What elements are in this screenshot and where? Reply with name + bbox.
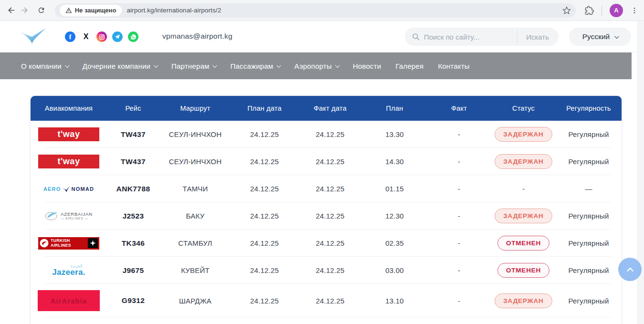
- page-scrollbar[interactable]: [637, 21, 644, 324]
- status-badge: ЗАДЕРЖАН: [495, 293, 552, 308]
- fact-date: 24.12.25: [298, 266, 362, 274]
- plan-date: 24.12.25: [231, 266, 298, 274]
- warning-icon: [65, 7, 72, 13]
- table-row: AirArabiaG9312ШАРДЖА24.12.2524.12.2513.1…: [31, 284, 622, 317]
- site-header: f X vpmanas@airport.kg Искать Русский: [0, 21, 637, 52]
- route: ТАМЧИ: [159, 185, 231, 193]
- browser-menu-button[interactable]: [631, 7, 638, 14]
- fact-time: -: [427, 157, 491, 166]
- status-cell: ОТМЕНЕН: [491, 263, 556, 278]
- nav-item-6[interactable]: Новости: [353, 62, 381, 70]
- table-row: الجزيرةJazeera.J9675КУВЕЙТ24.12.2524.12.…: [31, 257, 622, 284]
- route: БАКУ: [159, 212, 231, 220]
- column-header-9: Регулярность: [556, 105, 622, 112]
- fact-date: 24.12.25: [298, 212, 362, 220]
- plan-time: 01.15: [362, 185, 427, 193]
- column-header-6: План: [362, 105, 427, 112]
- chevron-down-icon: [212, 63, 217, 68]
- route: СТАМБУЛ: [159, 239, 231, 247]
- star-icon: [562, 6, 571, 15]
- chevron-down-icon: [614, 34, 619, 39]
- security-chip[interactable]: Не защищено: [60, 5, 122, 16]
- regularity: Регулярный: [556, 297, 622, 305]
- column-header-2: Рейс: [107, 105, 159, 112]
- azerbaijan-airlines-logo: AZERBAIJAN— AIRLINES —: [45, 211, 93, 221]
- browser-refresh-button[interactable]: [35, 4, 48, 17]
- language-label: Русский: [582, 32, 610, 41]
- column-header-1: Авиакомпания: [31, 105, 107, 112]
- flight-number: ANK7788: [107, 185, 159, 193]
- flight-number: TW437: [107, 130, 159, 139]
- status-cell: -: [491, 185, 556, 193]
- table-row: t'wayTW437СЕУЛ-ИНЧХОН24.12.2524.12.2513.…: [31, 121, 622, 148]
- flight-number: TW437: [107, 157, 159, 166]
- route: ШАРДЖА: [159, 297, 231, 305]
- nav-item-1[interactable]: О компании: [21, 62, 68, 70]
- bookmark-star-button[interactable]: [562, 6, 571, 15]
- nav-item-5[interactable]: Аэропорты: [294, 62, 338, 70]
- fact-time: -: [427, 266, 491, 274]
- x-twitter-icon[interactable]: X: [81, 31, 91, 42]
- tway-logo: t'way: [38, 127, 99, 141]
- telegram-icon[interactable]: [112, 31, 123, 42]
- plan-time: 13.10: [362, 297, 427, 305]
- regularity: —: [556, 185, 622, 193]
- browser-toolbar-right: A: [584, 4, 644, 17]
- table-body: t'wayTW437СЕУЛ-ИНЧХОН24.12.2524.12.2513.…: [31, 121, 622, 317]
- fact-time: -: [427, 239, 491, 247]
- scroll-to-top-button[interactable]: [618, 258, 642, 281]
- fact-time: -: [427, 130, 491, 138]
- plan-time: 13.30: [362, 130, 427, 138]
- flight-number: G9312: [107, 296, 159, 305]
- browser-forward-button[interactable]: [18, 4, 32, 17]
- nav-item-8[interactable]: Контакты: [438, 62, 469, 70]
- plan-date: 24.12.25: [231, 297, 298, 305]
- browser-back-button[interactable]: [5, 4, 18, 17]
- contact-email: vpmanas@airport.kg: [162, 32, 232, 41]
- search-input[interactable]: [424, 33, 517, 41]
- nav-item-label: Дочерние компании: [83, 62, 150, 70]
- plan-time: 12.30: [362, 212, 427, 220]
- status-badge: ОТМЕНЕН: [497, 263, 549, 278]
- address-bar[interactable]: Не защищено airport.kg/international-air…: [55, 3, 576, 18]
- airport-logo[interactable]: [18, 26, 48, 49]
- route: СЕУЛ-ИНЧХОН: [159, 130, 231, 138]
- url-text[interactable]: airport.kg/international-airports/2: [127, 7, 562, 14]
- plan-date: 24.12.25: [231, 157, 298, 166]
- instagram-icon[interactable]: [96, 31, 107, 42]
- security-label: Не защищено: [75, 7, 116, 14]
- fact-time: -: [427, 212, 491, 220]
- turkish-airlines-logo: TURKISHAIRLINES: [38, 237, 99, 250]
- nav-item-3[interactable]: Партнерам: [171, 62, 216, 70]
- facebook-icon[interactable]: f: [65, 31, 75, 42]
- regularity: Регулярный: [556, 130, 622, 138]
- plan-time: 03.00: [362, 266, 427, 274]
- turkish-bird-glyph: [40, 239, 49, 248]
- column-header-7: Факт: [427, 105, 491, 112]
- status-cell: ЗАДЕРЖАН: [491, 209, 556, 223]
- nav-item-7[interactable]: Галерея: [395, 62, 423, 70]
- telegram-plane-glyph: [115, 34, 120, 40]
- airline-logo-cell: AZERBAIJAN— AIRLINES —: [31, 211, 107, 221]
- search-submit-button[interactable]: Искать: [517, 29, 557, 45]
- site-search: Искать: [405, 28, 559, 46]
- airline-logo-cell: الجزيرةJazeera.: [31, 264, 107, 276]
- status-badge: ЗАДЕРЖАН: [495, 127, 552, 142]
- route: СЕУЛ-ИНЧХОН: [159, 157, 231, 166]
- profile-avatar[interactable]: A: [610, 4, 623, 17]
- nav-item-label: Партнерам: [171, 62, 209, 70]
- toolbar-divider: [602, 6, 602, 15]
- instagram-camera-glyph: [99, 34, 105, 40]
- whatsapp-icon[interactable]: [128, 31, 138, 42]
- fact-date: 24.12.25: [298, 130, 362, 138]
- nav-item-2[interactable]: Дочерние компании: [83, 62, 157, 70]
- back-arrow-icon: [7, 6, 16, 15]
- airline-logo-cell: t'way: [31, 155, 107, 168]
- fact-time: -: [427, 185, 491, 193]
- plan-date: 24.12.25: [231, 185, 298, 193]
- language-selector[interactable]: Русский: [569, 28, 631, 46]
- fact-date: 24.12.25: [298, 239, 362, 247]
- extensions-button[interactable]: [584, 6, 594, 15]
- nav-item-4[interactable]: Пассажирам: [230, 62, 280, 70]
- chevron-down-icon: [276, 63, 281, 68]
